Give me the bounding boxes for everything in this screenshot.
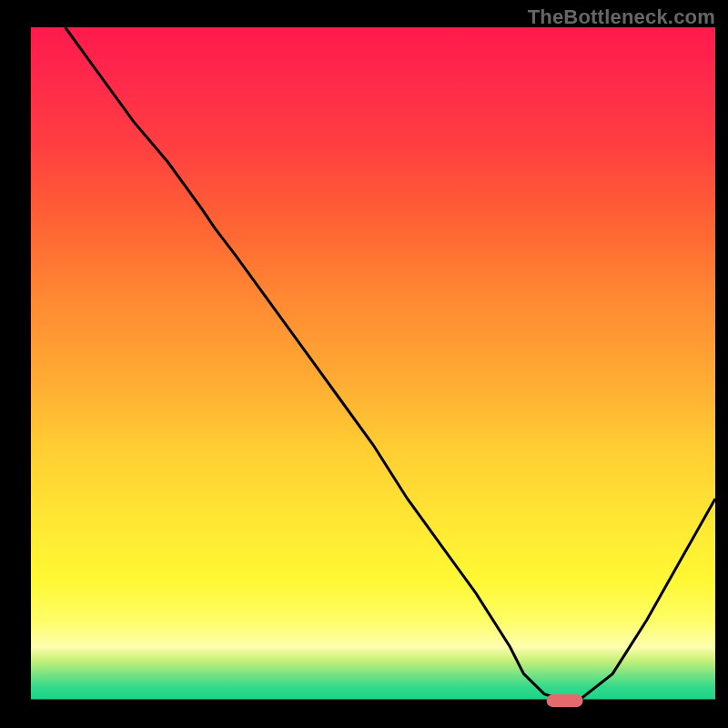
chart-container: TheBottleneck.com <box>0 0 728 728</box>
plot-background-gradient <box>31 27 715 701</box>
watermark-text: TheBottleneck.com <box>528 5 715 29</box>
